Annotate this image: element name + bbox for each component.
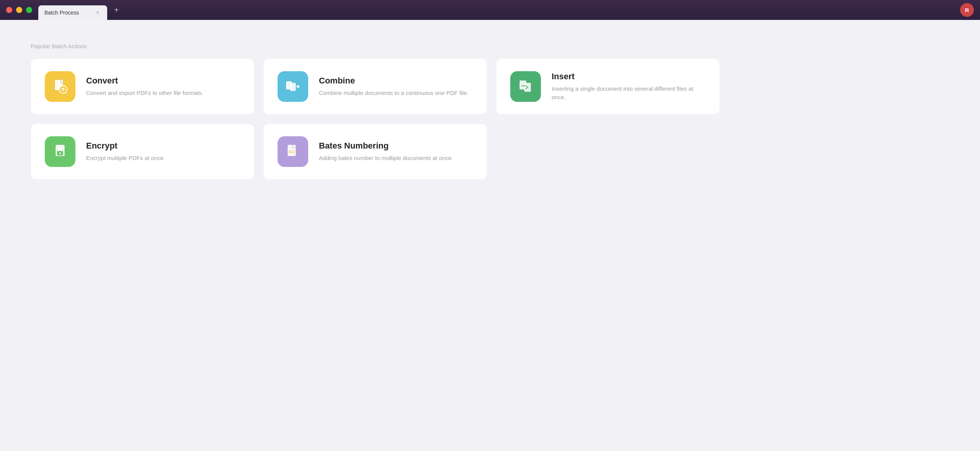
encrypt-text: Encrypt Encrypt multiple PDFs at once. <box>86 141 240 163</box>
actions-grid: Convert Convert and export PDFs to other… <box>31 59 720 180</box>
svg-rect-5 <box>290 83 296 91</box>
tab-title: Batch Process <box>44 10 79 16</box>
new-tab-button[interactable]: + <box>110 4 122 16</box>
main-content: Popular Batch Actions Convert Convert an… <box>0 20 980 451</box>
combine-text: Combine Combine multiple documents to a … <box>319 76 473 98</box>
combine-card[interactable]: Combine Combine multiple documents to a … <box>263 59 487 114</box>
titlebar: Batch Process × + R <box>0 0 980 20</box>
batch-process-tab[interactable]: Batch Process × <box>38 5 107 20</box>
convert-icon <box>45 71 75 102</box>
tab-close-button[interactable]: × <box>94 9 101 16</box>
svg-point-12 <box>59 152 61 154</box>
bates-text: Bates Numbering Adding bates number to m… <box>319 141 473 163</box>
bates-card[interactable]: 012 Bates Numbering Adding bates number … <box>263 124 487 180</box>
section-label: Popular Batch Actions <box>31 43 949 49</box>
encrypt-icon <box>45 136 75 167</box>
combine-icon <box>278 71 308 102</box>
close-button[interactable] <box>6 7 12 13</box>
insert-icon <box>510 71 541 102</box>
minimize-button[interactable] <box>16 7 22 13</box>
tab-bar: Batch Process × + <box>38 0 122 20</box>
svg-text:012: 012 <box>289 150 295 154</box>
combine-title: Combine <box>319 76 473 86</box>
encrypt-title: Encrypt <box>86 141 240 151</box>
encrypt-desc: Encrypt multiple PDFs at once. <box>86 154 240 163</box>
combine-desc: Combine multiple documents to a continuo… <box>319 89 473 98</box>
convert-card[interactable]: Convert Convert and export PDFs to other… <box>31 59 254 114</box>
insert-text: Insert Inserting a single document into … <box>552 72 706 102</box>
bates-desc: Adding bates number to multiple document… <box>319 154 473 163</box>
bates-title: Bates Numbering <box>319 141 473 151</box>
insert-card[interactable]: Insert Inserting a single document into … <box>496 59 720 114</box>
encrypt-card[interactable]: Encrypt Encrypt multiple PDFs at once. <box>31 124 254 180</box>
bates-icon: 012 <box>278 136 308 167</box>
insert-desc: Inserting a single document into several… <box>552 85 706 102</box>
insert-title: Insert <box>552 72 706 82</box>
convert-text: Convert Convert and export PDFs to other… <box>86 76 240 98</box>
maximize-button[interactable] <box>26 7 32 13</box>
user-avatar[interactable]: R <box>960 3 974 17</box>
convert-desc: Convert and export PDFs to other file fo… <box>86 89 240 98</box>
traffic-lights <box>6 7 32 13</box>
convert-title: Convert <box>86 76 240 86</box>
